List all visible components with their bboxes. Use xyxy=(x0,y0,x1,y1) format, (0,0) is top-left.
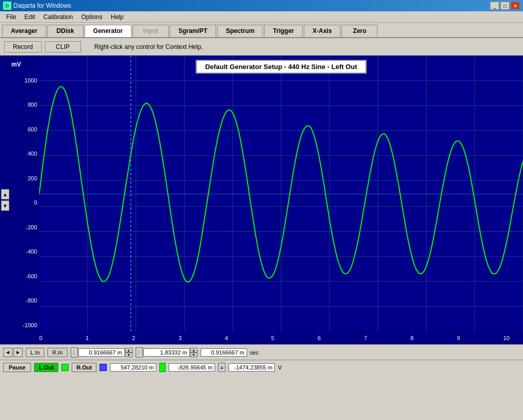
x-tick-8: 8 xyxy=(411,335,457,341)
menu-help[interactable]: Help xyxy=(107,12,128,22)
delta-value: 0.9166667 m xyxy=(201,348,247,357)
y-tick-200: 200 xyxy=(12,175,37,181)
marker2-value: 1.83332 m xyxy=(143,348,190,357)
x-tick-10: 10 xyxy=(503,335,523,341)
y-tick--1000: -1000 xyxy=(12,322,37,328)
pause-value2: -926.95645 m xyxy=(169,363,215,372)
menu-edit[interactable]: Edit xyxy=(20,12,39,22)
waveform-svg xyxy=(39,56,523,332)
y-tick--600: -600 xyxy=(12,273,37,279)
rin-button[interactable]: R.In xyxy=(47,348,67,357)
menu-calibration[interactable]: Calibration xyxy=(39,12,77,22)
lin-button[interactable]: L.In xyxy=(26,348,44,357)
y-tick-0: 0 xyxy=(12,199,37,206)
nav-right-button[interactable]: ► xyxy=(13,348,23,357)
menu-options[interactable]: Options xyxy=(77,12,106,22)
marker1-down[interactable]: ▼ xyxy=(125,352,133,357)
chart-container: ▲ ▼ mV 1000 800 600 400 200 0 -200 -400 … xyxy=(0,56,523,344)
maximize-button[interactable]: □ xyxy=(500,2,510,10)
y-tick--200: -200 xyxy=(12,224,37,230)
scroll-up-button[interactable]: ▲ xyxy=(1,189,9,199)
x-tick-1: 1 xyxy=(86,335,132,341)
marker1-group: | 0.9166667 m ▲ ▼ xyxy=(71,347,133,358)
time-unit: sec xyxy=(250,349,259,356)
x-axis: 0 1 2 3 4 5 6 7 8 9 10 xyxy=(0,332,523,344)
y-tick-600: 600 xyxy=(12,126,37,132)
clip-button[interactable]: CLIP xyxy=(45,41,81,53)
ch1-led xyxy=(159,363,166,372)
nav-left-button[interactable]: ◄ xyxy=(3,348,12,357)
marker2-group: | 1.83332 m ▲ ▼ xyxy=(136,347,198,358)
y-tick--800: -800 xyxy=(12,297,37,304)
marker2-up[interactable]: ▲ xyxy=(190,348,198,352)
record-button[interactable]: Record xyxy=(4,41,42,53)
title-bar-left: D Daqarta for Windows xyxy=(3,2,71,10)
y-axis: mV 1000 800 600 400 200 0 -200 -400 -600… xyxy=(10,56,39,332)
rout-led xyxy=(100,364,107,371)
tab-input[interactable]: Input xyxy=(133,25,169,37)
menu-file[interactable]: File xyxy=(2,12,20,22)
lout-indicator[interactable]: L.Out xyxy=(34,363,58,372)
y-tick-1000: 1000 xyxy=(12,77,37,83)
menu-bar: File Edit Calibration Options Help xyxy=(0,11,523,23)
lout-led xyxy=(61,364,69,371)
x-tick-2: 2 xyxy=(132,335,178,341)
tab-generator[interactable]: Generator xyxy=(85,25,132,37)
x-tick-3: 3 xyxy=(178,335,225,341)
pause-row: Pause L.Out R.Out 547.28210 m -926.95645… xyxy=(0,360,523,374)
app-icon: D xyxy=(3,2,11,10)
toolbar: Averager DDisk Generator Input Sgram/PT … xyxy=(0,23,523,38)
y-tick-400: 400 xyxy=(12,150,37,157)
tab-spectrum[interactable]: Spectrum xyxy=(217,25,263,37)
marker1-value: 0.9166667 m xyxy=(78,348,125,357)
tab-xaxis[interactable]: X-Axis xyxy=(304,25,340,37)
context-help-text: Right-click any control for Context Help… xyxy=(94,43,203,51)
x-tick-0: 0 xyxy=(39,335,86,341)
marker1-spinner[interactable]: ▲ ▼ xyxy=(125,348,133,357)
x-tick-5: 5 xyxy=(271,335,318,341)
tab-zero[interactable]: Zero xyxy=(341,25,378,37)
close-button[interactable]: ✕ xyxy=(511,2,520,10)
title-bar: D Daqarta for Windows _ □ ✕ xyxy=(0,0,523,11)
x-tick-7: 7 xyxy=(364,335,411,341)
nav-buttons: ◄ ► xyxy=(3,348,23,357)
minimize-button[interactable]: _ xyxy=(490,2,499,10)
marker2-down[interactable]: ▼ xyxy=(190,352,198,357)
tab-sgram[interactable]: Sgram/PT xyxy=(170,25,216,37)
pause-button[interactable]: Pause xyxy=(3,363,31,372)
y-tick--400: -400 xyxy=(12,248,37,255)
generator-label: Default Generator Setup - 440 Hz Sine - … xyxy=(196,60,367,74)
voltage-unit: V xyxy=(278,364,282,371)
title-bar-title: Daqarta for Windows xyxy=(13,2,71,9)
tab-averager[interactable]: Averager xyxy=(2,25,46,37)
marker1-up[interactable]: ▲ xyxy=(125,348,133,352)
title-bar-buttons[interactable]: _ □ ✕ xyxy=(490,2,520,10)
x-tick-6: 6 xyxy=(318,335,364,341)
scroll-down-button[interactable]: ▼ xyxy=(1,200,9,211)
marker2-spinner[interactable]: ▲ ▼ xyxy=(190,348,198,357)
sub-toolbar: Record CLIP Right-click any control for … xyxy=(0,38,523,56)
tab-trigger[interactable]: Trigger xyxy=(264,25,303,37)
marker2-icon: | xyxy=(136,347,143,358)
rout-indicator[interactable]: R.Out xyxy=(72,363,96,372)
triangle-marker: ▲ xyxy=(218,363,225,372)
pause-value1: 547.28210 m xyxy=(110,363,156,372)
tab-ddisk[interactable]: DDisk xyxy=(47,25,84,37)
x-tick-4: 4 xyxy=(225,335,271,341)
pause-value3: -1474.23855 m xyxy=(228,363,275,372)
chart-plot: Default Generator Setup - 440 Hz Sine - … xyxy=(39,56,523,332)
bottom-controls: ◄ ► L.In R.In | 0.9166667 m ▲ ▼ | 1.8333… xyxy=(0,344,523,360)
y-tick-800: 800 xyxy=(12,102,37,108)
marker1-icon: | xyxy=(71,347,78,358)
x-tick-9: 9 xyxy=(457,335,503,341)
y-axis-label: mV xyxy=(11,61,21,68)
